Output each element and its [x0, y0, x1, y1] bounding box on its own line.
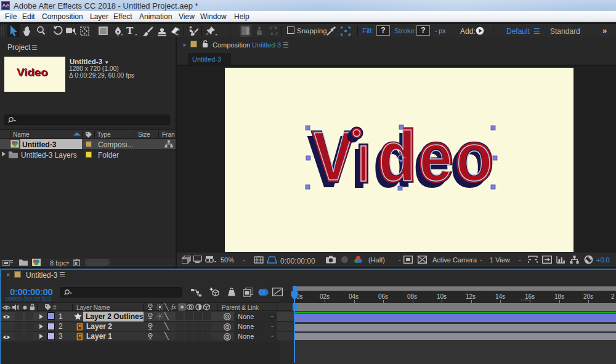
svg-text:e: e [419, 120, 452, 194]
svg-text:d: d [379, 118, 415, 195]
svg-text:V: V [314, 118, 353, 195]
svg-text:o: o [456, 120, 492, 194]
